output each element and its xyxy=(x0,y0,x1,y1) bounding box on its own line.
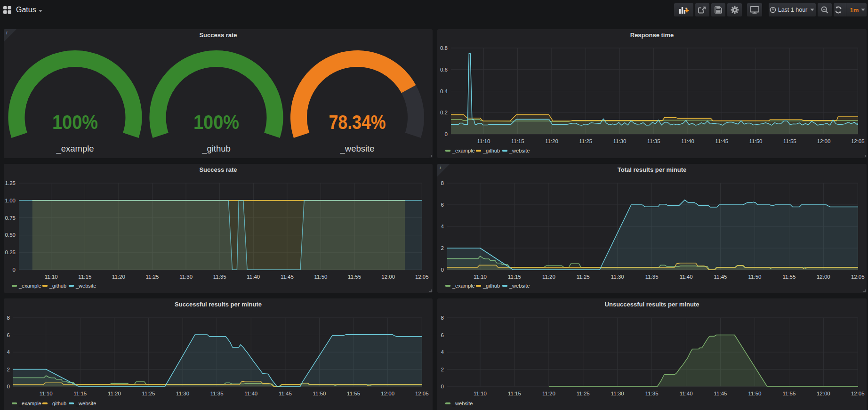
svg-text:11:35: 11:35 xyxy=(213,274,226,280)
svg-text:11:10: 11:10 xyxy=(45,274,58,280)
svg-text:_github: _github xyxy=(482,148,500,153)
svg-text:2: 2 xyxy=(441,367,444,372)
svg-text:0.25: 0.25 xyxy=(5,249,16,255)
svg-text:11:15: 11:15 xyxy=(78,274,91,280)
svg-text:11:25: 11:25 xyxy=(146,274,159,280)
svg-text:11:45: 11:45 xyxy=(714,274,727,280)
svg-text:11:50: 11:50 xyxy=(748,391,762,396)
svg-text:12:05: 12:05 xyxy=(415,274,429,280)
svg-text:11:55: 11:55 xyxy=(347,391,360,396)
svg-text:11:40: 11:40 xyxy=(247,274,260,280)
svg-text:11:25: 11:25 xyxy=(577,274,590,280)
svg-text:0.50: 0.50 xyxy=(5,232,16,238)
svg-text:12:05: 12:05 xyxy=(851,391,865,396)
svg-text:4: 4 xyxy=(441,349,444,355)
svg-text:11:30: 11:30 xyxy=(611,274,624,280)
svg-text:12:05: 12:05 xyxy=(851,274,865,280)
svg-text:12:05: 12:05 xyxy=(851,138,865,144)
svg-text:_github: _github xyxy=(482,283,500,289)
svg-text:1.25: 1.25 xyxy=(5,180,16,186)
svg-text:11:40: 11:40 xyxy=(680,391,693,396)
svg-text:_example: _example xyxy=(56,144,94,154)
svg-text:0: 0 xyxy=(441,267,444,273)
svg-text:11:20: 11:20 xyxy=(108,391,121,396)
svg-text:78.34%: 78.34% xyxy=(329,111,386,133)
svg-text:0.6: 0.6 xyxy=(440,67,448,72)
svg-text:8: 8 xyxy=(7,315,10,321)
svg-text:12:05: 12:05 xyxy=(415,391,429,396)
svg-text:11:40: 11:40 xyxy=(680,274,693,280)
svg-text:11:50: 11:50 xyxy=(314,274,328,280)
svg-text:11:45: 11:45 xyxy=(279,391,292,396)
svg-text:11:10: 11:10 xyxy=(40,391,53,396)
svg-text:11:45: 11:45 xyxy=(715,138,728,144)
svg-text:4: 4 xyxy=(441,224,444,229)
svg-text:11:35: 11:35 xyxy=(645,274,659,280)
svg-text:_website: _website xyxy=(339,144,374,154)
svg-text:11:15: 11:15 xyxy=(511,138,524,144)
svg-text:11:30: 11:30 xyxy=(176,391,189,396)
svg-text:0: 0 xyxy=(13,267,16,273)
svg-text:11:50: 11:50 xyxy=(749,138,763,144)
svg-text:11:25: 11:25 xyxy=(577,391,590,396)
svg-text:11:20: 11:20 xyxy=(542,274,555,280)
svg-text:11:30: 11:30 xyxy=(613,138,626,144)
svg-text:8: 8 xyxy=(441,180,444,186)
svg-text:11:55: 11:55 xyxy=(782,391,796,396)
svg-text:2: 2 xyxy=(441,245,444,251)
svg-text:11:55: 11:55 xyxy=(782,274,796,280)
svg-text:11:55: 11:55 xyxy=(348,274,361,280)
svg-text:11:15: 11:15 xyxy=(508,274,521,280)
svg-text:_github: _github xyxy=(201,144,231,154)
svg-text:11:45: 11:45 xyxy=(714,391,727,396)
svg-text:_github: _github xyxy=(49,401,66,406)
svg-text:1.00: 1.00 xyxy=(5,198,16,203)
svg-text:6: 6 xyxy=(441,202,444,208)
svg-text:0: 0 xyxy=(445,131,448,137)
svg-text:_website: _website xyxy=(509,283,530,289)
svg-text:11:10: 11:10 xyxy=(474,274,487,280)
svg-text:_website: _website xyxy=(75,283,96,289)
svg-text:11:10: 11:10 xyxy=(477,138,490,144)
svg-text:11:15: 11:15 xyxy=(73,391,87,396)
svg-text:11:40: 11:40 xyxy=(244,391,257,396)
svg-text:11:20: 11:20 xyxy=(545,138,558,144)
svg-text:11:35: 11:35 xyxy=(645,391,659,396)
svg-text:12:00: 12:00 xyxy=(817,391,830,396)
svg-text:0.8: 0.8 xyxy=(440,45,448,51)
svg-text:2: 2 xyxy=(7,367,10,372)
svg-text:0.2: 0.2 xyxy=(440,110,448,115)
svg-text:0: 0 xyxy=(441,384,444,389)
svg-text:100%: 100% xyxy=(52,111,98,133)
svg-text:11:50: 11:50 xyxy=(748,274,762,280)
svg-text:12:00: 12:00 xyxy=(817,274,830,280)
svg-text:_website: _website xyxy=(75,401,96,406)
svg-text:_github: _github xyxy=(49,283,66,289)
svg-text:_example: _example xyxy=(452,283,475,289)
svg-text:_example: _example xyxy=(18,283,41,289)
svg-text:11:25: 11:25 xyxy=(579,138,592,144)
svg-text:100%: 100% xyxy=(193,111,239,133)
svg-text:11:15: 11:15 xyxy=(508,391,521,396)
svg-text:11:25: 11:25 xyxy=(142,391,155,396)
svg-text:4: 4 xyxy=(7,349,10,355)
svg-text:_website: _website xyxy=(452,401,473,406)
svg-text:12:00: 12:00 xyxy=(381,274,395,280)
svg-text:_example: _example xyxy=(18,401,41,406)
svg-text:11:10: 11:10 xyxy=(474,391,487,396)
svg-text:_website: _website xyxy=(509,148,530,153)
svg-text:11:30: 11:30 xyxy=(611,391,624,396)
svg-text:12:00: 12:00 xyxy=(817,138,831,144)
svg-text:11:35: 11:35 xyxy=(647,138,660,144)
svg-text:12:00: 12:00 xyxy=(381,391,394,396)
svg-text:11:20: 11:20 xyxy=(112,274,125,280)
svg-text:11:40: 11:40 xyxy=(681,138,694,144)
svg-text:11:20: 11:20 xyxy=(542,391,555,396)
svg-text:0: 0 xyxy=(7,384,10,389)
svg-text:8: 8 xyxy=(441,315,444,321)
svg-text:11:35: 11:35 xyxy=(210,391,224,396)
svg-text:11:45: 11:45 xyxy=(281,274,294,280)
svg-text:6: 6 xyxy=(441,332,444,338)
svg-text:6: 6 xyxy=(7,332,10,338)
svg-text:11:50: 11:50 xyxy=(313,391,326,396)
